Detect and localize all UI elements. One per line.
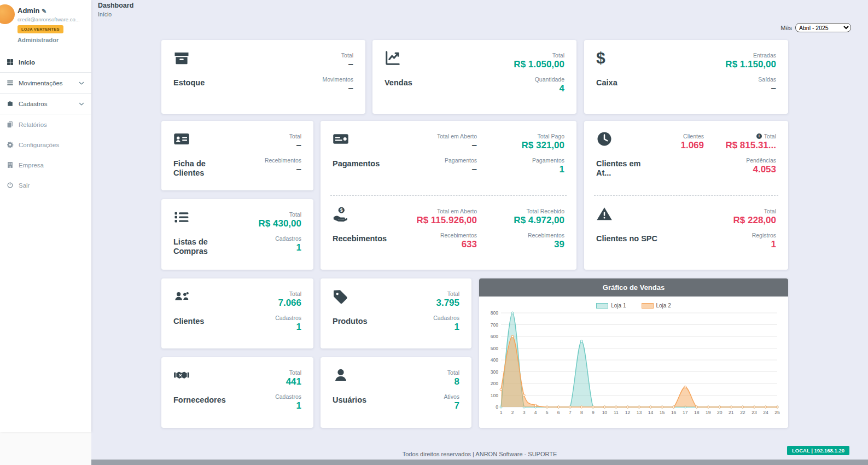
stat-label: Total: [341, 52, 353, 59]
stat-label: Cadastros: [275, 315, 301, 321]
avatar: [0, 4, 15, 24]
legend-item-loja1[interactable]: Loja 1: [596, 303, 626, 309]
sidebar-nav: Início Movimentações Cadastros Relatório…: [0, 52, 91, 195]
svg-text:9: 9: [592, 410, 595, 415]
sidebar-item-label: Sair: [19, 182, 30, 189]
svg-text:21: 21: [729, 410, 734, 415]
svg-text:25: 25: [774, 410, 780, 415]
stat-value: R$ 115.926,00: [416, 214, 477, 226]
card-title: Usuários: [333, 396, 366, 405]
user-role: Administrador: [18, 37, 86, 43]
grid-icon: [7, 59, 14, 66]
info-icon[interactable]: [756, 133, 762, 139]
stat-label: Total Recebido: [514, 208, 564, 214]
hand-holding-dollar-icon: $: [333, 206, 349, 222]
sidebar-item-label: Início: [19, 59, 35, 66]
stat: Total7.066: [278, 290, 301, 309]
stat-value: 441: [286, 376, 301, 388]
stat: Quantidade4: [535, 76, 564, 95]
sidebar-item-cadastros[interactable]: Cadastros: [0, 94, 91, 114]
stat: Total–: [289, 133, 301, 152]
warning-triangle-icon: [596, 206, 613, 222]
svg-text:11: 11: [614, 410, 619, 415]
stat: TotalR$ 1.050,00: [514, 52, 564, 71]
stat-value: –: [758, 83, 776, 95]
stat-label: Total: [278, 290, 301, 297]
chevron-down-icon: [78, 101, 85, 107]
legend-item-loja2[interactable]: Loja 2: [642, 303, 671, 309]
stat-label: Total: [447, 369, 459, 376]
svg-text:18: 18: [694, 410, 700, 415]
legend-swatch-loja2: [642, 303, 654, 309]
stat-value: R$ 815.31...: [725, 140, 776, 152]
chart-title: Gráfico de Vendas: [479, 278, 788, 297]
stat-label: Recebimentos: [265, 157, 301, 164]
stat: Recebimentos633: [440, 232, 477, 251]
stat: TotalR$ 815.31...: [725, 133, 776, 152]
briefcase-icon: [7, 100, 14, 107]
svg-text:8: 8: [580, 410, 583, 415]
stat: Total–: [341, 52, 353, 71]
card-clientes-atraso-spc: Clientes em At... Clientes1.069 TotalR$ …: [584, 121, 788, 270]
dollar-icon: [596, 50, 613, 66]
stat-label: Total em Aberto: [416, 208, 477, 214]
stat: Pagamentos–: [445, 157, 477, 176]
svg-text:100: 100: [491, 393, 498, 398]
stat: Cadastros1: [275, 235, 301, 254]
sidebar-item-relatorios[interactable]: Relatórios: [0, 114, 91, 135]
stat-label: Cadastros: [433, 315, 459, 321]
svg-text:0: 0: [496, 404, 498, 410]
stat-label: Recebimentos: [440, 232, 477, 239]
id-card-icon: [173, 131, 190, 147]
stat-label: Registros: [752, 232, 776, 239]
app-root: Admin credit@anronsoftware.co... LOJA VE…: [0, 0, 868, 465]
sidebar-item-sair[interactable]: Sair: [0, 175, 91, 195]
stat-label: Cadastros: [275, 393, 301, 400]
stat-value: –: [445, 164, 477, 176]
clientes-spc-section: Clientes no SPC TotalR$ 228,00 Registros…: [584, 196, 788, 270]
card-listas-compras: Listas de Compras TotalR$ 430,00 Cadastr…: [161, 199, 313, 270]
stat-label: Saídas: [758, 76, 776, 83]
card-clientes: Clientes Total7.066 Cadastros1: [161, 278, 313, 348]
card-caixa: Caixa EntradasR$ 1.150,00 Saídas–: [584, 40, 788, 114]
card-pagamentos-recebimentos: Pagamentos Total em Aberto– Pagamentos– …: [321, 121, 576, 270]
svg-text:14: 14: [648, 410, 654, 415]
stat-label: Cadastros: [275, 235, 301, 242]
stat-label: Entradas: [725, 52, 776, 59]
stat-value: 8: [447, 376, 459, 388]
page-title: Dashboard: [98, 2, 133, 9]
archive-box-icon: [173, 50, 190, 66]
card-usuarios: Usuários Total8 Ativos7: [321, 357, 471, 428]
svg-text:800: 800: [491, 310, 498, 316]
stat-label: Total: [436, 290, 459, 297]
stat: Ativos7: [444, 393, 459, 412]
stat-value: 1: [275, 400, 301, 412]
card-fornecedores: Fornecedores Total441 Cadastros1: [161, 357, 313, 428]
stat-value: –: [289, 140, 301, 152]
stat-value: R$ 1.150,00: [725, 59, 776, 71]
edit-profile-icon[interactable]: [42, 8, 46, 14]
svg-text:1: 1: [500, 410, 503, 415]
stat: Cadastros1: [433, 315, 459, 333]
svg-text:300: 300: [491, 369, 498, 375]
sidebar-item-empresa[interactable]: Empresa: [0, 155, 91, 175]
month-select[interactable]: Abril - 2025: [795, 23, 851, 32]
stat-label: Pendências: [746, 157, 776, 164]
stat-label: Total: [259, 211, 301, 218]
user-name: Admin: [18, 7, 39, 15]
svg-text:4: 4: [534, 410, 537, 415]
svg-text:17: 17: [683, 410, 688, 415]
stat-value: 1: [433, 321, 459, 333]
stat-value: R$ 430,00: [259, 218, 301, 230]
svg-text:10: 10: [602, 410, 608, 415]
stat-value: 1.069: [680, 140, 704, 152]
svg-text:$: $: [340, 207, 343, 213]
sidebar-item-movimentacoes[interactable]: Movimentações: [0, 73, 91, 93]
sidebar-item-label: Cadastros: [19, 101, 47, 107]
svg-text:13: 13: [637, 410, 642, 415]
sidebar-item-inicio[interactable]: Início: [0, 52, 91, 72]
sidebar-item-configuracoes[interactable]: Configurações: [0, 135, 91, 155]
stat-value: 1: [275, 321, 301, 333]
stat-label: Recebimentos: [528, 232, 564, 239]
stat-label: Movimentos: [322, 76, 353, 83]
